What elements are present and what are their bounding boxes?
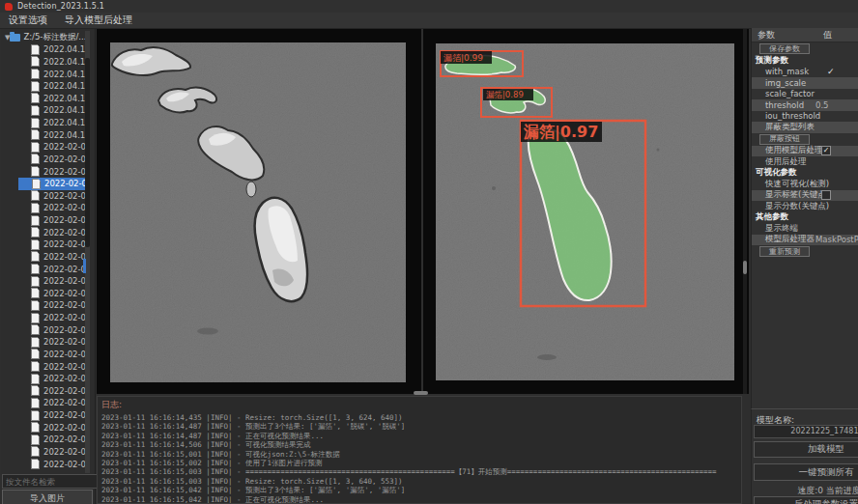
tree-file-item[interactable]: 2022-02-0... xyxy=(1,434,86,446)
log-line: 2023-01-11 16:16:14,487 |INFO| - 预测出了3个结… xyxy=(101,422,741,431)
tree-item-label: 2022-02-0... xyxy=(43,154,86,164)
search-input[interactable] xyxy=(2,474,99,489)
tree-item-label: 2022-02-0... xyxy=(43,325,86,335)
param-row[interactable]: 模型后处理器MaskPostPro xyxy=(752,235,858,246)
param-label: iou_threshold xyxy=(765,111,820,121)
file-tree-panel: ▼ Z:/5-标注数据/... 2022.04.12...2022.04.12.… xyxy=(1,29,96,504)
tree-file-item[interactable]: 2022-02-0... xyxy=(1,349,86,361)
tree-file-item[interactable]: 2022-02-0... xyxy=(1,409,86,422)
param-label: 显示终端 xyxy=(765,223,798,235)
tree-file-item[interactable]: 2022-02-0... xyxy=(1,385,86,398)
param-row[interactable]: scale_factor xyxy=(752,89,858,100)
log-line: 2023-01-11 16:16:14,435 |INFO| - Resize:… xyxy=(101,413,741,422)
param-row[interactable]: threshold0.5 xyxy=(752,99,858,111)
menu-item-0[interactable]: 设置选项 xyxy=(0,13,56,28)
menu-bar: 设置选项导入模型后处理 xyxy=(0,13,858,29)
tree-file-item[interactable]: 2022.04.12... xyxy=(1,43,86,56)
detection-label: 漏箔|0.89 xyxy=(486,90,524,99)
tree-item-label: 2022-02-0... xyxy=(43,386,86,396)
tree-file-item[interactable]: 2022.04.12... xyxy=(1,117,86,129)
param-row[interactable]: iou_threshold xyxy=(752,111,858,123)
param-row[interactable]: 使用后处理 xyxy=(752,156,858,168)
tree-item-label: 2022-02-0... xyxy=(43,228,86,238)
model-name-field[interactable]: 20221225_174813 xyxy=(754,425,858,438)
param-row[interactable]: with_mask✓ xyxy=(752,67,858,78)
tree-file-item[interactable]: 2022-02-0... xyxy=(1,154,86,166)
tree-file-item[interactable]: 2022-02-0... xyxy=(1,446,86,459)
tree-file-item[interactable]: 2022-02-0... xyxy=(1,373,86,385)
file-tree[interactable]: ▼ Z:/5-标注数据/... 2022.04.12...2022.04.12.… xyxy=(1,31,86,473)
tree-file-item[interactable]: 2022.04.12... xyxy=(1,68,86,80)
tree-file-item[interactable]: 2022-02-0... xyxy=(1,336,86,349)
tree-file-item[interactable]: 2022-02-0... xyxy=(1,299,86,312)
param-row[interactable]: 屏蔽类型列表 xyxy=(752,122,858,133)
tree-root-label: Z:/5-标注数据/... xyxy=(23,32,86,43)
tree-file-item[interactable]: 2022.04.12... xyxy=(1,80,86,93)
tree-item-label: 2022-02-0... xyxy=(43,300,86,310)
checkmark-icon[interactable]: ✓ xyxy=(827,67,835,76)
model-panel: 模型名称: 20221225_174813 加载模型 一键预测所有 速度:0 当… xyxy=(751,408,858,504)
log-panel[interactable]: 日志: 2023-01-11 16:16:14,435 |INFO| - Res… xyxy=(97,396,742,504)
postprocess-settings-button[interactable]: 后处理参数设置 xyxy=(754,496,858,504)
param-action-button[interactable]: 屏蔽按钮 xyxy=(759,134,810,145)
tree-file-item[interactable]: 2022-02-0... xyxy=(1,190,86,203)
tree-file-item[interactable]: 2022-02-0... xyxy=(1,421,86,434)
tree-file-item[interactable]: 2022-02-0... xyxy=(1,360,86,373)
checkbox-unchecked[interactable] xyxy=(821,190,831,200)
tree-root-item[interactable]: ▼ Z:/5-标注数据/... xyxy=(1,31,86,43)
image-horizontal-scrollbar-handle[interactable] xyxy=(414,391,428,395)
tree-file-item[interactable]: 2022-02-0... xyxy=(1,251,86,264)
tree-file-item[interactable]: 2022-02-0... xyxy=(1,397,86,409)
log-line: 2023-01-11 16:16:15,002 |INFO| - 使用了1张图片… xyxy=(101,459,741,467)
tree-file-item[interactable]: 2022.04.12... xyxy=(1,128,86,141)
tree-item-label: 2022.04.12... xyxy=(43,94,86,103)
param-row[interactable]: 显示终端 xyxy=(752,223,858,235)
tree-file-item[interactable]: 2022-02-0 xyxy=(1,458,86,470)
tree-item-label: 2022-02-0... xyxy=(43,215,86,225)
window-title: Detection_2023.1.5.1 xyxy=(17,2,104,11)
predict-all-button[interactable]: 一键预测所有 xyxy=(754,463,858,481)
tree-file-item[interactable]: 2022-02-0... xyxy=(1,263,86,275)
param-row[interactable]: 显示标签(关键点) xyxy=(752,190,858,202)
tree-file-item[interactable]: 2022-02-0... xyxy=(1,275,86,288)
tree-scrollbar[interactable] xyxy=(85,31,90,473)
param-header-name: 参数 xyxy=(758,29,775,42)
tree-file-item[interactable]: 2022.04.12... xyxy=(1,93,86,105)
param-row[interactable]: 快速可视化(检测) xyxy=(752,179,858,190)
image-vertical-scrollbar-handle[interactable] xyxy=(743,261,747,274)
tree-file-item[interactable]: 2022-02-0... xyxy=(1,312,86,324)
tree-item-label: 2022-02-0... xyxy=(43,276,86,286)
menu-item-1[interactable]: 导入模型后处理 xyxy=(56,13,141,28)
tree-file-item[interactable]: 2022-02-0... xyxy=(1,288,86,300)
import-image-button[interactable]: 导入图片 xyxy=(2,490,93,504)
tree-scrollbar-handle[interactable] xyxy=(85,58,90,247)
tree-file-item[interactable]: 2022-02-0... xyxy=(1,226,86,238)
param-row[interactable]: img_scale xyxy=(752,77,858,89)
param-action-button[interactable]: 重新预测 xyxy=(759,246,810,257)
tree-file-item[interactable]: 2022.04.12... xyxy=(1,56,86,69)
param-value: MaskPostPro xyxy=(815,235,858,244)
image-viewer-original[interactable] xyxy=(97,29,421,394)
tree-file-item[interactable]: 2022-02-0... xyxy=(1,165,86,178)
tree-file-item[interactable]: 2022-02-0... xyxy=(1,214,86,227)
load-model-button[interactable]: 加载模型 xyxy=(754,441,858,458)
tree-item-label: 2022-02-0... xyxy=(43,447,86,457)
param-row[interactable]: 显示分数(关键点) xyxy=(752,201,858,212)
checkbox-checked[interactable]: ✓ xyxy=(821,146,831,155)
tree-file-item[interactable]: 2022-02-0... xyxy=(1,238,86,251)
file-icon xyxy=(31,142,40,153)
param-action-button[interactable]: 保存参数 xyxy=(759,43,810,54)
image-viewer-prediction[interactable]: 漏箔|0.99 漏箔|0.89 漏箔|0.97 xyxy=(423,29,749,394)
log-title: 日志: xyxy=(101,399,741,411)
tree-file-item[interactable]: 2022-02-0... xyxy=(18,178,86,190)
param-row[interactable]: 使用模型后处理✓ xyxy=(752,146,858,157)
tree-file-item[interactable]: 2022-02-0... xyxy=(1,202,86,214)
tree-file-item[interactable]: 2022-02-0... xyxy=(1,141,86,154)
file-icon xyxy=(31,118,40,128)
file-icon xyxy=(31,398,40,408)
tree-item-label: 2022-02-0... xyxy=(43,252,86,262)
tree-file-item[interactable]: 2022-02-0... xyxy=(1,323,86,336)
image-vertical-scrollbar[interactable] xyxy=(743,29,747,394)
file-icon xyxy=(31,44,40,55)
tree-file-item[interactable]: 2022.04.12... xyxy=(1,104,86,117)
